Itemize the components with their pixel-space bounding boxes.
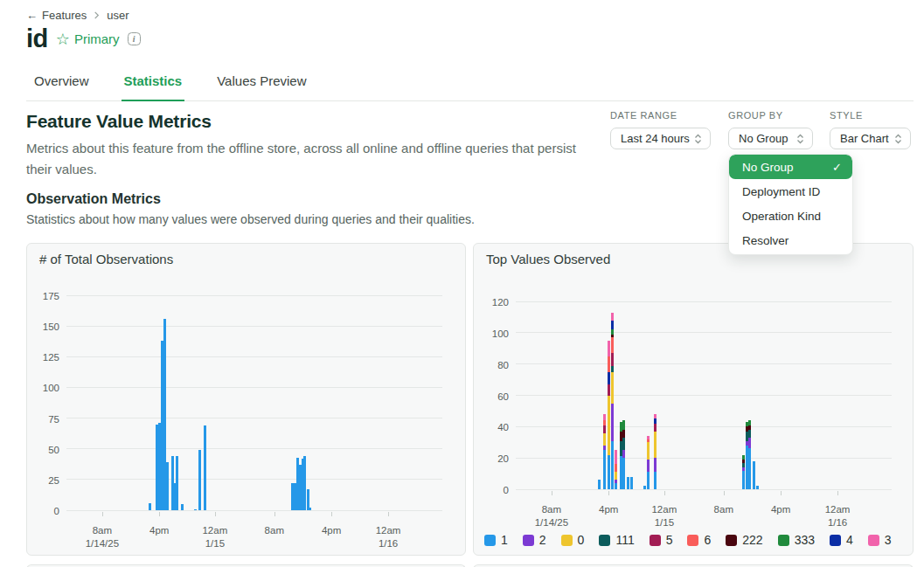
tab-values-preview[interactable]: Values Preview	[214, 70, 309, 100]
bar-segment[interactable]	[608, 356, 610, 372]
bar-segment[interactable]	[742, 463, 745, 467]
bar-segment[interactable]	[608, 384, 610, 396]
legend-item[interactable]: 0	[561, 533, 585, 547]
bar-segment[interactable]	[598, 480, 601, 489]
bar-segment[interactable]	[647, 439, 650, 443]
group-by-select[interactable]: No Group	[728, 128, 813, 149]
legend-item[interactable]: 4	[830, 533, 853, 547]
legend-item[interactable]: 2	[523, 533, 546, 547]
y-axis-tick: 25	[23, 475, 59, 486]
bar-segment[interactable]	[748, 448, 751, 489]
bar-segment[interactable]	[181, 504, 184, 510]
bar-segment[interactable]	[603, 446, 606, 450]
bar-segment[interactable]	[204, 425, 206, 510]
menu-item-resolver[interactable]: Resolver	[729, 228, 852, 252]
chart-plot-area: 0204060801001208am1/14/254pm12am1/158am4…	[516, 301, 892, 489]
bar-segment[interactable]	[647, 460, 650, 472]
breadcrumb-features-link[interactable]: ← Features	[26, 9, 87, 22]
tab-overview[interactable]: Overview	[31, 70, 92, 100]
bar-segment[interactable]	[608, 341, 610, 356]
bar-segment[interactable]	[742, 460, 745, 463]
bar-segment[interactable]	[748, 430, 751, 438]
info-icon[interactable]: i	[128, 32, 141, 45]
bar-segment[interactable]	[615, 472, 617, 480]
bar-segment[interactable]	[603, 425, 606, 433]
bar-segment[interactable]	[608, 455, 610, 489]
bar-segment[interactable]	[622, 438, 625, 450]
legend-item[interactable]: 3	[868, 533, 892, 547]
bar-segment[interactable]	[748, 425, 751, 430]
gridline	[516, 489, 892, 490]
legend-item[interactable]: 222	[726, 533, 762, 547]
legend-item[interactable]: 1	[484, 533, 508, 547]
bar-segment[interactable]	[742, 471, 745, 490]
bar-segment[interactable]	[611, 320, 614, 329]
bar-segment[interactable]	[654, 472, 657, 489]
bar-segment[interactable]	[611, 337, 614, 353]
bar-segment[interactable]	[622, 450, 625, 458]
legend-item[interactable]: 6	[687, 533, 711, 547]
bar-segment[interactable]	[643, 486, 646, 489]
gridline	[66, 418, 442, 418]
tab-statistics[interactable]: Statistics	[122, 70, 185, 101]
bar-segment[interactable]	[611, 404, 614, 441]
bar-segment[interactable]	[622, 430, 625, 438]
bar-segment[interactable]	[748, 420, 751, 425]
bar-segment[interactable]	[198, 450, 201, 510]
menu-item-operation-kind[interactable]: Operation Kind	[729, 204, 852, 228]
menu-item-label: Resolver	[742, 234, 789, 247]
bar-segment[interactable]	[654, 432, 657, 459]
bar-segment[interactable]	[647, 436, 650, 439]
bar-segment[interactable]	[611, 353, 614, 365]
bar-segment[interactable]	[309, 508, 311, 510]
bar-segment[interactable]	[746, 432, 748, 441]
bar-segment[interactable]	[615, 483, 617, 489]
bar-segment[interactable]	[647, 472, 650, 489]
bar-segment[interactable]	[654, 424, 657, 432]
bar-segment[interactable]	[627, 477, 629, 489]
bar-segment[interactable]	[647, 442, 650, 460]
bar-segment[interactable]	[603, 414, 606, 420]
x-axis-tick: 8am	[693, 503, 754, 516]
bar-segment[interactable]	[176, 456, 178, 510]
bar-segment[interactable]	[622, 420, 625, 430]
legend-item[interactable]: 333	[778, 533, 815, 547]
bar-segment[interactable]	[746, 426, 748, 431]
bar-segment[interactable]	[611, 365, 614, 371]
bar-segment[interactable]	[603, 450, 606, 489]
bar-segment[interactable]	[615, 480, 617, 483]
bar-segment[interactable]	[611, 372, 614, 404]
bar-segment[interactable]	[746, 446, 748, 489]
bar-segment[interactable]	[654, 414, 657, 418]
bar-segment[interactable]	[622, 458, 625, 489]
style-select[interactable]: Bar Chart	[830, 128, 911, 149]
bar-segment[interactable]	[611, 313, 614, 321]
bar-segment[interactable]	[756, 486, 759, 489]
bar-segment[interactable]	[654, 418, 657, 423]
bar-segment[interactable]	[615, 464, 617, 472]
bar-segment[interactable]	[194, 509, 197, 510]
bar-segment[interactable]	[753, 461, 755, 489]
legend-item[interactable]: 111	[599, 533, 634, 547]
bar-segment[interactable]	[166, 462, 169, 510]
bar-segment[interactable]	[603, 420, 606, 425]
date-range-select[interactable]: Last 24 hours	[610, 128, 711, 149]
menu-item-no-group[interactable]: No Group ✓	[729, 155, 852, 179]
bar-segment[interactable]	[748, 438, 751, 449]
bar-segment[interactable]	[611, 329, 614, 334]
bar-segment[interactable]	[608, 396, 610, 455]
bar-segment[interactable]	[746, 422, 748, 426]
breadcrumb-user-link[interactable]: user	[107, 9, 129, 22]
bar-segment[interactable]	[630, 477, 633, 489]
bar-segment[interactable]	[149, 503, 151, 510]
legend-item[interactable]: 5	[650, 533, 673, 547]
bar-segment[interactable]	[746, 440, 748, 445]
menu-item-deployment-id[interactable]: Deployment ID	[729, 179, 852, 204]
bar-segment[interactable]	[615, 450, 617, 464]
bar-segment[interactable]	[654, 458, 657, 472]
bar-segment[interactable]	[603, 433, 606, 446]
bar-segment[interactable]	[742, 455, 745, 460]
bar-segment[interactable]	[742, 467, 745, 471]
bar-segment[interactable]	[608, 372, 610, 384]
bar-segment[interactable]	[611, 335, 614, 338]
